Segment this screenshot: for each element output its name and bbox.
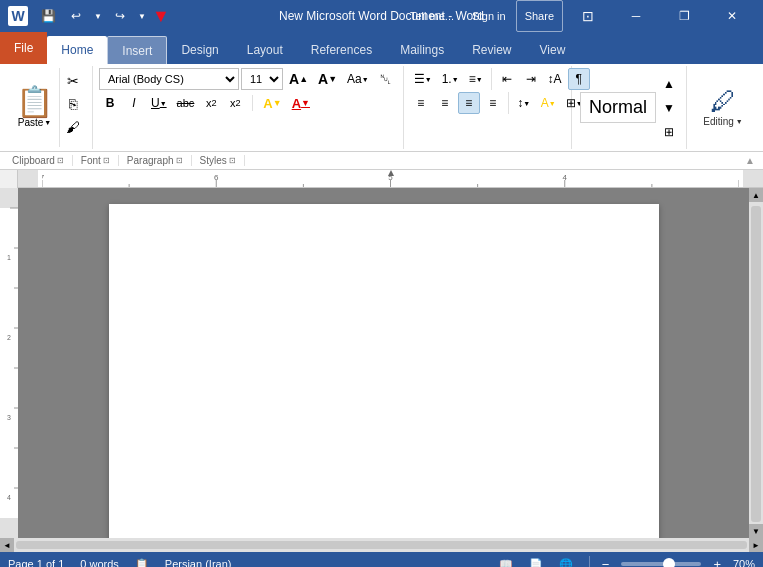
editing-group: 🖊 Editing ▼ <box>687 66 759 149</box>
styles-nav: ▲ ▼ ⊞ <box>658 73 680 143</box>
read-mode-btn[interactable]: 📖 <box>495 555 517 567</box>
title-bar-left: W 💾 ↩ ▼ ↪ ▼ ▼ <box>8 4 170 28</box>
tab-design[interactable]: Design <box>167 36 232 64</box>
styles-more-btn[interactable]: ⊞ <box>658 121 680 143</box>
font-size-select[interactable]: 11 <box>241 68 283 90</box>
strikethrough-btn[interactable]: abc <box>173 92 199 114</box>
format-painter-button[interactable]: 🖌 <box>62 116 84 138</box>
proofing-icon[interactable]: 📋 <box>135 558 149 568</box>
close-btn[interactable]: ✕ <box>709 0 755 32</box>
para-divider2 <box>508 92 509 114</box>
tab-home[interactable]: Home <box>47 36 107 64</box>
scroll-right-btn[interactable]: ► <box>749 538 763 552</box>
document-page[interactable] <box>109 204 659 538</box>
save-qat-btn[interactable]: 💾 <box>36 4 60 28</box>
status-bar: Page 1 of 1 0 words 📋 Persian (Iran) 📖 📄… <box>0 552 763 567</box>
tab-review[interactable]: Review <box>458 36 525 64</box>
language-indicator[interactable]: Persian (Iran) <box>165 558 232 567</box>
tab-file[interactable]: File <box>0 32 47 64</box>
styles-scroll-up[interactable]: ▲ <box>658 73 680 95</box>
zoom-percent[interactable]: 70% <box>733 558 755 567</box>
collapse-ribbon-btn[interactable]: ▲ <box>741 155 759 166</box>
zoom-slider[interactable] <box>621 562 701 566</box>
customize-qat-arrow[interactable]: ▼ <box>152 7 170 25</box>
page-area[interactable] <box>18 188 749 538</box>
zoom-out-btn[interactable]: − <box>602 557 610 568</box>
tab-insert[interactable]: Insert <box>107 36 167 64</box>
scroll-thumb[interactable] <box>751 206 761 522</box>
paste-icon: 📋 <box>16 87 53 117</box>
ribbon-content: 📋 Paste ▼ ✂ ⎘ 🖌 Arial (Body CS) 11 A▲ A▼… <box>0 64 763 152</box>
cut-button[interactable]: ✂ <box>62 70 84 92</box>
paste-dropdown-arrow: ▼ <box>44 119 51 126</box>
minimize-btn[interactable]: ─ <box>613 0 659 32</box>
decrease-indent-btn[interactable]: ⇤ <box>496 68 518 90</box>
decrease-font-size-btn[interactable]: A▼ <box>314 68 341 90</box>
styles-normal-btn[interactable]: Normal <box>580 92 656 123</box>
scroll-up-btn[interactable]: ▲ <box>749 188 763 202</box>
numbering-btn[interactable]: 1.▼ <box>438 68 463 90</box>
horizontal-scrollbar[interactable]: ◄ ► <box>0 538 763 552</box>
tab-view[interactable]: View <box>526 36 580 64</box>
text-highlight-btn[interactable]: A▼ <box>259 92 285 114</box>
align-left-btn[interactable]: ≡ <box>410 92 432 114</box>
increase-font-size-btn[interactable]: A▲ <box>285 68 312 90</box>
scroll-down-btn[interactable]: ▼ <box>749 524 763 538</box>
undo-qat-btn[interactable]: ↩ <box>64 4 88 28</box>
restore-btn[interactable]: ❐ <box>661 0 707 32</box>
tab-references[interactable]: References <box>297 36 386 64</box>
clipboard-expand-icon[interactable]: ⊡ <box>57 156 64 165</box>
underline-btn[interactable]: U▼ <box>147 92 171 114</box>
zoom-in-btn[interactable]: + <box>713 557 721 568</box>
change-case-btn[interactable]: Aa▼ <box>343 68 373 90</box>
ribbon-display-btn[interactable]: ⊡ <box>565 0 611 32</box>
bold-btn[interactable]: B <box>99 92 121 114</box>
clipboard-side: ✂ ⎘ 🖌 <box>60 68 86 147</box>
web-layout-btn[interactable]: 🌐 <box>555 555 577 567</box>
redo-dropdown[interactable]: ▼ <box>136 4 148 28</box>
line-spacing-btn[interactable]: ↕▼ <box>513 92 535 114</box>
ruler-side-left <box>0 170 18 188</box>
print-layout-btn[interactable]: 📄 <box>525 555 547 567</box>
sort-btn[interactable]: ↕A <box>544 68 566 90</box>
undo-dropdown[interactable]: ▼ <box>92 4 104 28</box>
shading-btn[interactable]: A▼ <box>537 92 560 114</box>
styles-scroll-down[interactable]: ▼ <box>658 97 680 119</box>
svg-text:1: 1 <box>7 254 11 261</box>
paste-button[interactable]: 📋 Paste ▼ <box>10 68 60 147</box>
status-left: Page 1 of 1 0 words 📋 Persian (Iran) <box>8 558 231 568</box>
redo-qat-btn[interactable]: ↪ <box>108 4 132 28</box>
increase-indent-btn[interactable]: ⇥ <box>520 68 542 90</box>
subscript-btn[interactable]: x2 <box>200 92 222 114</box>
styles-expand-icon[interactable]: ⊡ <box>229 156 236 165</box>
align-center-btn[interactable]: ≡ <box>434 92 456 114</box>
font-color-btn[interactable]: A▼ <box>288 92 314 114</box>
multilevel-list-btn[interactable]: ≡▼ <box>465 68 487 90</box>
clipboard-group-label: Clipboard ⊡ <box>4 155 73 166</box>
font-name-select[interactable]: Arial (Body CS) <box>99 68 239 90</box>
justify-btn[interactable]: ≡ <box>482 92 504 114</box>
bullets-btn[interactable]: ☰▼ <box>410 68 436 90</box>
svg-text:4: 4 <box>563 173 568 182</box>
vertical-scrollbar[interactable]: ▲ ▼ <box>749 188 763 538</box>
share-btn[interactable]: Share <box>516 0 563 32</box>
h-scroll-thumb[interactable] <box>16 541 747 549</box>
tab-mailings[interactable]: Mailings <box>386 36 458 64</box>
word-icon: W <box>8 6 28 26</box>
editing-button[interactable]: 🖊 Editing ▼ <box>695 84 751 131</box>
scroll-left-btn[interactable]: ◄ <box>0 538 14 552</box>
align-right-btn[interactable]: ≡ <box>458 92 480 114</box>
document-area: 1 2 3 4 ▲ ▼ <box>0 188 763 538</box>
copy-button[interactable]: ⎘ <box>62 93 84 115</box>
paragraph-expand-icon[interactable]: ⊡ <box>176 156 183 165</box>
svg-rect-13 <box>0 188 18 208</box>
ruler-main[interactable]: 7 6 5 4 <box>18 170 763 188</box>
tab-layout[interactable]: Layout <box>233 36 297 64</box>
styles-group: Normal ▲ ▼ ⊞ <box>572 66 687 149</box>
italic-btn[interactable]: I <box>123 92 145 114</box>
clear-formatting-btn[interactable]: ␀ <box>375 68 397 90</box>
paste-label: Paste ▼ <box>18 117 52 128</box>
superscript-btn[interactable]: x2 <box>224 92 246 114</box>
zoom-thumb <box>663 558 675 567</box>
font-expand-icon[interactable]: ⊡ <box>103 156 110 165</box>
